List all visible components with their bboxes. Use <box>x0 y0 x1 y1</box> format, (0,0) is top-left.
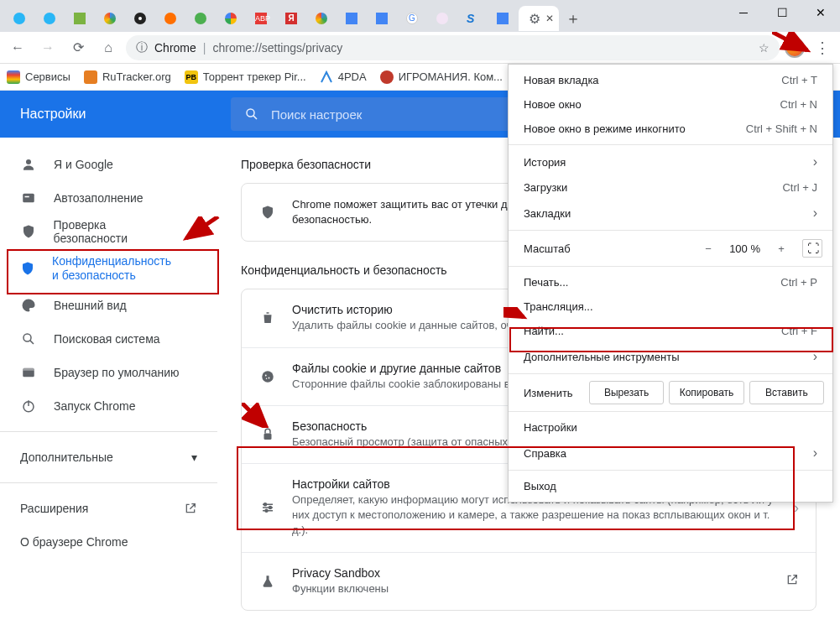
minimize-button[interactable]: ─ <box>724 0 763 25</box>
menu-cut[interactable]: Вырезать <box>589 381 664 404</box>
bookmark-item[interactable]: 4PDA <box>320 70 367 84</box>
tab[interactable]: G <box>398 6 426 31</box>
menu-cast[interactable]: Трансляция... <box>509 294 832 319</box>
omnibox[interactable]: ⓘ Chrome | chrome://settings/privacy ☆ <box>126 35 780 60</box>
sidebar-item-on-startup[interactable]: Запуск Chrome <box>0 389 201 423</box>
maximize-button[interactable]: ☐ <box>763 0 801 25</box>
person-icon <box>20 157 37 172</box>
url-host: Chrome <box>154 41 196 55</box>
menu-help[interactable]: Справка <box>509 440 832 466</box>
menu-new-tab[interactable]: Новая вкладкаCtrl + T <box>509 68 832 92</box>
tab[interactable] <box>65 6 94 31</box>
shield-icon <box>20 261 35 276</box>
menu-exit[interactable]: Выход <box>509 474 832 498</box>
menu-bookmarks[interactable]: Закладки <box>509 200 832 227</box>
launch-icon <box>184 502 197 515</box>
tab[interactable]: S <box>458 6 487 31</box>
svg-point-0 <box>247 109 254 117</box>
edit-label: Изменить <box>524 387 584 399</box>
svg-point-11 <box>262 371 274 383</box>
shield-check-icon <box>20 224 37 239</box>
menu-incognito[interactable]: Новое окно в режиме инкогнитоCtrl + Shif… <box>509 117 832 141</box>
menu-print[interactable]: Печать...Ctrl + P <box>509 270 832 294</box>
settings-title: Настройки <box>0 107 217 122</box>
sidebar-extensions[interactable]: Расширения <box>0 492 217 525</box>
bookmark-item[interactable]: RuTracker.org <box>84 70 171 84</box>
tune-icon <box>258 500 277 515</box>
toolbar: ← → ⟳ ⌂ ⓘ Chrome | chrome://settings/pri… <box>0 32 840 64</box>
sidebar-item-autofill[interactable]: Автозаполнение <box>0 181 201 215</box>
close-tab-icon[interactable]: ✕ <box>545 13 554 24</box>
tab[interactable] <box>307 6 336 31</box>
tab[interactable] <box>337 6 366 31</box>
forward-button[interactable]: → <box>35 35 60 60</box>
tab-strip: ABP Я G S ⚙ ✕ ＋ <box>0 0 840 32</box>
zoom-out-button[interactable]: − <box>696 242 721 255</box>
sidebar-item-search-engine[interactable]: Поисковая система <box>0 322 201 356</box>
tab[interactable]: Я <box>277 6 305 31</box>
shield-icon <box>258 205 277 220</box>
menu-paste[interactable]: Вставить <box>749 381 824 404</box>
close-window-button[interactable]: ✕ <box>801 0 840 25</box>
sidebar-item-safety-check[interactable]: Проверка безопасности <box>0 215 201 248</box>
sidebar-item-appearance[interactable]: Внешний вид <box>0 289 201 322</box>
profile-avatar[interactable] <box>785 38 805 58</box>
fullscreen-button[interactable]: ⛶ <box>802 239 822 258</box>
menu-more-tools[interactable]: Дополнительные инструменты <box>509 343 832 370</box>
search-icon <box>244 107 259 122</box>
tab[interactable] <box>488 6 517 31</box>
tab[interactable] <box>217 6 245 31</box>
lock-icon <box>258 427 277 442</box>
sidebar-advanced[interactable]: Дополнительные▾ <box>0 440 217 474</box>
svg-rect-8 <box>23 368 34 371</box>
sidebar-item-privacy-security[interactable]: Конфиденциальность и безопасность <box>0 248 201 289</box>
svg-point-5 <box>23 334 31 341</box>
zoom-value: 100 % <box>729 242 760 255</box>
bookmark-item[interactable]: Сервисы <box>7 70 70 84</box>
sidebar-item-default-browser[interactable]: Браузер по умолчанию <box>0 356 201 389</box>
svg-line-1 <box>253 116 257 119</box>
sidebar-about-chrome[interactable]: О браузере Chrome <box>0 525 217 559</box>
bookmark-item[interactable]: PBТоррент трекер Pir... <box>185 70 306 84</box>
url-path: chrome://settings/privacy <box>212 41 342 55</box>
autofill-icon <box>20 190 37 206</box>
tab[interactable] <box>35 6 64 31</box>
bookmark-item[interactable]: ИГРОМАНИЯ. Ком... <box>380 70 503 84</box>
reload-button[interactable]: ⟳ <box>65 35 91 60</box>
settings-sidebar: Я и Google Автозаполнение Проверка безоп… <box>0 138 217 625</box>
tab[interactable] <box>428 6 457 31</box>
svg-point-13 <box>269 377 270 378</box>
flask-icon <box>258 574 277 589</box>
menu-edit-row: Изменить Вырезать Копировать Вставить <box>509 378 832 408</box>
new-tab-button[interactable]: ＋ <box>561 8 586 29</box>
tab[interactable] <box>126 6 154 31</box>
bookmark-star-icon[interactable]: ☆ <box>759 41 770 55</box>
sidebar-item-you-and-google[interactable]: Я и Google <box>0 148 201 181</box>
menu-history[interactable]: История <box>509 148 832 175</box>
zoom-in-button[interactable]: + <box>769 242 794 255</box>
tab[interactable]: ABP <box>247 6 275 31</box>
settings-icon: ⚙ <box>529 11 540 27</box>
menu-downloads[interactable]: ЗагрузкиCtrl + J <box>509 175 832 200</box>
back-button[interactable]: ← <box>5 35 30 60</box>
menu-copy[interactable]: Копировать <box>669 381 743 404</box>
menu-settings[interactable]: Настройки <box>509 415 832 440</box>
tab[interactable] <box>96 6 124 31</box>
tab[interactable] <box>5 6 34 31</box>
tab[interactable] <box>186 6 215 31</box>
menu-new-window[interactable]: Новое окноCtrl + N <box>509 92 832 117</box>
zoom-label: Масштаб <box>524 242 571 255</box>
chevron-down-icon: ▾ <box>191 451 197 464</box>
svg-rect-15 <box>264 433 272 440</box>
privacy-row-privacy-sandbox[interactable]: Privacy SandboxФункции включены <box>242 552 816 610</box>
tab[interactable] <box>156 6 185 31</box>
chrome-menu-button[interactable]: ⋮ <box>810 39 835 57</box>
svg-line-6 <box>30 341 34 344</box>
svg-point-21 <box>265 509 268 512</box>
home-button[interactable]: ⌂ <box>96 35 121 60</box>
tab[interactable] <box>368 6 396 31</box>
lock-icon: ⓘ <box>136 40 148 55</box>
menu-find[interactable]: Найти...Ctrl + F <box>509 319 832 343</box>
tab-active[interactable]: ⚙ ✕ <box>519 6 559 31</box>
svg-point-20 <box>269 507 272 509</box>
